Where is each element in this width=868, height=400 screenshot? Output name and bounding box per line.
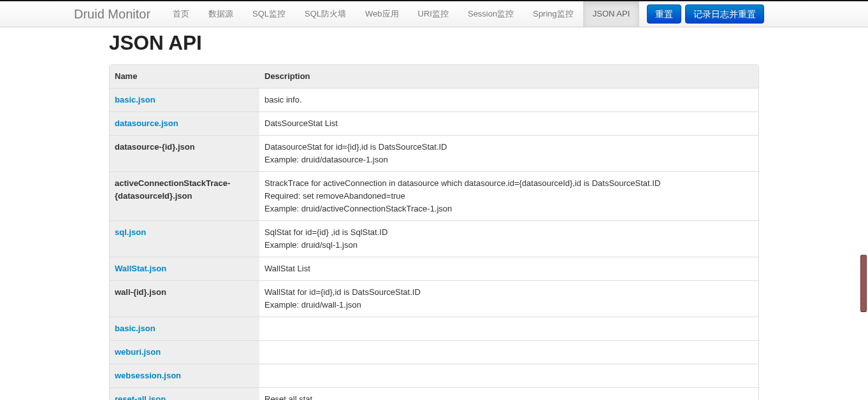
api-table: Name Description basic.jsonbasic info.da…	[109, 64, 759, 400]
api-desc-cell: DatsSourceStat List	[259, 111, 758, 135]
api-name: wall-{id}.json	[115, 287, 166, 297]
api-link[interactable]: basic.json	[115, 95, 156, 104]
api-name-cell: sql.json	[110, 220, 259, 257]
api-name: datasource-{id}.json	[115, 142, 195, 152]
api-name-cell: activeConnectionStackTrace-{datasourceId…	[110, 171, 259, 220]
api-name-cell: websession.json	[110, 364, 259, 387]
nav-item-0[interactable]: 首页	[163, 1, 199, 27]
table-row: wall-{id}.jsonWallStat for id={id},id is…	[110, 280, 758, 317]
nav-item-2[interactable]: SQL监控	[243, 1, 295, 27]
api-name-cell: datasource-{id}.json	[110, 135, 259, 171]
api-name-cell: weburi.json	[110, 340, 259, 364]
api-desc-cell	[259, 340, 758, 364]
api-link[interactable]: websession.json	[115, 371, 181, 380]
api-link[interactable]: basic.json	[115, 324, 156, 333]
table-row: datasource.jsonDatsSourceStat List	[110, 111, 758, 135]
api-desc-cell: DatasourceStat for id={id},id is DatsSou…	[259, 135, 758, 171]
table-row: basic.jsonbasic info.	[110, 88, 758, 111]
navbar: Druid Monitor 首页数据源SQL监控SQL防火墙Web应用URI监控…	[0, 1, 868, 27]
table-row: reset-all.jsonReset all stat	[110, 387, 758, 400]
api-link[interactable]: reset-all.json	[115, 394, 166, 400]
table-row: datasource-{id}.jsonDatasourceStat for i…	[110, 135, 758, 171]
api-desc-cell: Reset all stat	[259, 387, 758, 400]
nav-item-8[interactable]: JSON API	[583, 1, 640, 27]
api-desc-cell: basic info.	[259, 88, 758, 111]
api-desc-cell	[259, 317, 758, 340]
nav-item-7[interactable]: Spring监控	[523, 1, 583, 27]
table-row: websession.json	[110, 364, 758, 387]
api-link[interactable]: datasource.json	[115, 118, 178, 128]
scrollbar-thumb[interactable]	[860, 255, 867, 312]
api-link[interactable]: sql.json	[115, 227, 146, 237]
api-name-cell: WallStat.json	[110, 257, 259, 280]
nav-item-5[interactable]: URI监控	[409, 1, 458, 27]
api-desc-cell	[259, 364, 758, 387]
nav-item-6[interactable]: Session监控	[458, 1, 523, 27]
table-row: sql.jsonSqlStat for id={id} ,id is SqlSt…	[110, 220, 758, 257]
table-row: basic.json	[110, 317, 758, 340]
api-name-cell: reset-all.json	[110, 387, 259, 400]
log-and-reset-button[interactable]: 记录日志并重置	[685, 4, 764, 24]
api-desc-cell: WallStat List	[259, 257, 758, 280]
nav: 首页数据源SQL监控SQL防火墙Web应用URI监控Session监控Sprin…	[163, 1, 639, 27]
api-name: activeConnectionStackTrace-{datasourceId…	[115, 178, 230, 201]
api-link[interactable]: weburi.json	[115, 347, 161, 357]
nav-item-1[interactable]: 数据源	[199, 1, 243, 27]
brand[interactable]: Druid Monitor	[74, 1, 163, 27]
nav-item-4[interactable]: Web应用	[356, 1, 409, 27]
table-row: WallStat.jsonWallStat List	[110, 257, 758, 280]
page-title: JSON API	[109, 30, 759, 55]
nav-item-3[interactable]: SQL防火墙	[295, 1, 356, 27]
api-desc-cell: SqlStat for id={id} ,id is SqlStat.IDExa…	[259, 220, 758, 257]
table-row: activeConnectionStackTrace-{datasourceId…	[110, 171, 758, 220]
api-desc-cell: WallStat for id={id},id is DatsSourceSta…	[259, 280, 758, 317]
api-desc-cell: StrackTrace for activeConnection in data…	[259, 171, 758, 220]
api-link[interactable]: WallStat.json	[115, 264, 166, 273]
reset-button[interactable]: 重置	[647, 4, 681, 24]
scrollbar[interactable]	[858, 0, 867, 400]
api-name-cell: basic.json	[110, 88, 259, 111]
col-name: Name	[110, 65, 259, 88]
col-description: Description	[259, 65, 758, 88]
api-name-cell: datasource.json	[110, 111, 259, 135]
api-name-cell: basic.json	[110, 317, 259, 340]
table-row: weburi.json	[110, 340, 758, 364]
api-name-cell: wall-{id}.json	[110, 280, 259, 317]
